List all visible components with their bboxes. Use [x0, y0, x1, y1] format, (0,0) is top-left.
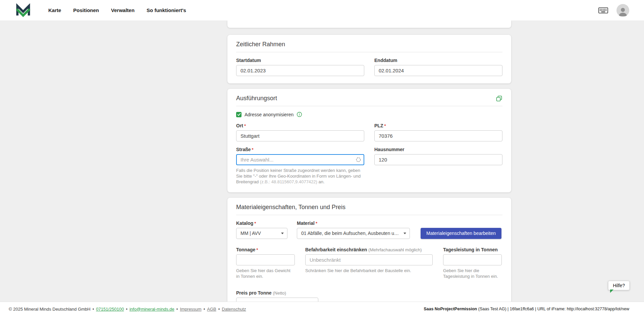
edit-material-properties-button[interactable]: Materialeigenschaften bearbeiten: [421, 228, 501, 239]
phone-link[interactable]: 07151/250100: [96, 307, 124, 312]
chevron-down-icon: [404, 233, 406, 234]
enddatum-input[interactable]: [374, 65, 502, 76]
card-title-ausfuehrungsort: Ausführungsort: [236, 95, 277, 102]
mineral-minds-logo-icon: [15, 3, 31, 17]
befahrbarkeit-hint: Schränken Sie hier die Befahrbarkeit der…: [305, 268, 432, 274]
tagesleistung-label: Tagesleistung in Tonnen: [443, 247, 502, 252]
hausnummer-label: Hausnummer: [374, 147, 502, 152]
keyboard-icon[interactable]: [598, 6, 608, 15]
befahrbarkeit-input[interactable]: [305, 254, 433, 265]
card-zeitlicher-rahmen: Zeitlicher Rahmen Startdatum Enddatum: [227, 35, 511, 83]
divider: [236, 106, 502, 106]
material-label: Material*: [297, 220, 410, 226]
card-title-zeitlicher-rahmen: Zeitlicher Rahmen: [236, 41, 285, 48]
separator: •: [218, 307, 220, 312]
tonnage-hint: Geben Sie hier das Gewicht in Tonnen ein…: [236, 268, 295, 279]
check-icon: [237, 112, 241, 117]
katalog-label: Katalog*: [236, 220, 287, 226]
plz-input[interactable]: [374, 130, 502, 141]
nav-item-so-funktionierts[interactable]: So funktioniert's: [147, 7, 186, 13]
tagesleistung-hint: Geben Sie hier die Tagesleistung in Tonn…: [443, 268, 502, 279]
separator: •: [126, 307, 127, 312]
required-marker: *: [316, 221, 317, 226]
material-select[interactable]: 01 Abfälle, die beim Aufsuchen, Ausbeute…: [297, 228, 410, 239]
loading-spinner-icon: [356, 157, 361, 163]
email-link[interactable]: info@mineral-minds.de: [129, 307, 174, 312]
page: Karte Positionen Verwalten So funktionie…: [0, 0, 644, 316]
ort-label: Ort*: [236, 123, 364, 128]
nav-item-positionen[interactable]: Positionen: [73, 7, 99, 13]
previous-card-fragment: [227, 20, 511, 28]
tonnage-label: Tonnage*: [236, 247, 295, 252]
separator: •: [93, 307, 94, 312]
required-marker: *: [244, 123, 246, 128]
datenschutz-link[interactable]: Datenschutz: [222, 307, 246, 312]
katalog-select[interactable]: MM | AVV: [236, 228, 287, 239]
separator: •: [176, 307, 178, 312]
agb-link[interactable]: AGB: [207, 307, 216, 312]
footer-right: Saas NoProjectPermission (Saas Test AG) …: [424, 307, 629, 311]
nav-item-karte[interactable]: Karte: [48, 7, 61, 13]
anonymize-checkbox[interactable]: [236, 112, 241, 117]
strasse-input[interactable]: [236, 154, 364, 165]
nav-right-actions: [598, 4, 629, 17]
saas-permission-text: Saas NoProjectPermission: [424, 307, 477, 311]
plz-label: PLZ*: [374, 123, 502, 128]
impressum-link[interactable]: Impressum: [180, 307, 201, 312]
main-nav: Karte Positionen Verwalten So funktionie…: [48, 7, 186, 13]
tagesleistung-input[interactable]: [443, 254, 502, 265]
startdatum-input[interactable]: [236, 65, 364, 76]
startdatum-label: Startdatum: [236, 58, 364, 63]
required-marker: *: [252, 147, 254, 152]
required-marker: *: [254, 221, 256, 226]
top-navigation: Karte Positionen Verwalten So funktionie…: [0, 0, 644, 20]
strasse-hint: Falls die Position keiner Straße zugeord…: [236, 168, 363, 185]
enddatum-label: Enddatum: [374, 58, 502, 63]
hausnummer-input[interactable]: [374, 154, 502, 165]
copyright-text: © 2025 Mineral Minds Deutschland GmbH: [9, 307, 91, 312]
chevron-down-icon: [281, 233, 284, 234]
anonymize-label: Adresse anonymisieren: [245, 112, 293, 117]
divider: [236, 52, 502, 52]
info-icon[interactable]: [297, 112, 302, 117]
card-title-materialeigenschaften: Materialeigenschaften, Tonnen und Preis: [236, 204, 345, 211]
divider: [236, 215, 502, 215]
form-content: Zeitlicher Rahmen Startdatum Enddatum Au…: [227, 20, 511, 316]
anonymize-address-row: Adresse anonymisieren: [236, 112, 502, 117]
card-ausfuehrungsort: Ausführungsort Adresse anonymisieren: [227, 89, 511, 192]
preis-label: Preis pro Tonne (Netto): [236, 290, 502, 296]
help-button[interactable]: Hilfe?: [608, 281, 630, 290]
required-marker: *: [384, 123, 386, 128]
tonnage-input[interactable]: [236, 254, 295, 265]
app-logo[interactable]: [15, 3, 31, 17]
befahrbarkeit-label: Befahrbarkeit einschränken (Mehrfachausw…: [305, 247, 433, 252]
user-avatar[interactable]: [616, 4, 629, 17]
card-materialeigenschaften: Materialeigenschaften, Tonnen und Preis …: [227, 198, 511, 316]
iframe-info-text: (Saas Test AG) | 16fae1ffc6a6 | URL of i…: [477, 307, 629, 311]
ort-input[interactable]: [236, 130, 364, 141]
footer-left: © 2025 Mineral Minds Deutschland GmbH • …: [9, 307, 246, 312]
required-marker: *: [256, 247, 258, 252]
person-icon: [617, 5, 629, 17]
footer: © 2025 Mineral Minds Deutschland GmbH • …: [0, 302, 644, 316]
strasse-label: Straße*: [236, 147, 364, 152]
copy-icon[interactable]: [496, 95, 502, 102]
separator: •: [204, 307, 205, 312]
nav-item-verwalten[interactable]: Verwalten: [111, 7, 135, 13]
